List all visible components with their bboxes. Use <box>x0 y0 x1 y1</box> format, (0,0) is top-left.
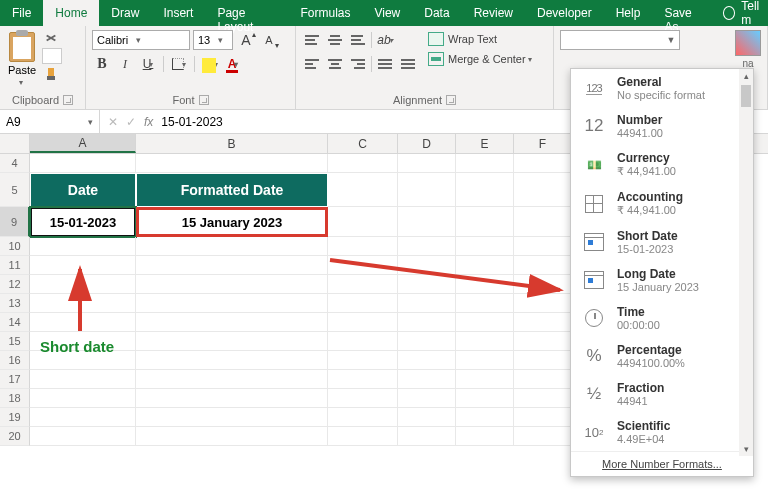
tab-save-as[interactable]: Save As <box>652 0 715 26</box>
row-header[interactable]: 18 <box>0 389 30 408</box>
chevron-down-icon: ▾ <box>88 117 93 127</box>
orientation-button[interactable]: ab▾ <box>375 30 395 50</box>
align-bottom-button[interactable] <box>348 30 368 50</box>
format-currency[interactable]: 💵Currency₹ 44,941.00 <box>571 145 753 184</box>
col-header-c[interactable]: C <box>328 134 398 153</box>
format-accounting[interactable]: Accounting₹ 44,941.00 <box>571 184 753 223</box>
formula-input[interactable]: 15-01-2023 <box>161 115 222 129</box>
row-header[interactable]: 5 <box>0 173 30 207</box>
row-header[interactable]: 14 <box>0 313 30 332</box>
font-name-combo[interactable]: Calibri▾ <box>92 30 190 50</box>
align-top-icon <box>303 33 321 47</box>
font-size-combo[interactable]: 13▾ <box>193 30 233 50</box>
cancel-icon[interactable]: ✕ <box>108 115 118 129</box>
number-icon: 12 <box>581 113 607 139</box>
align-right-icon <box>349 57 367 71</box>
dropdown-scrollbar[interactable]: ▴▾ <box>739 69 753 456</box>
name-box[interactable]: A9▾ <box>0 110 100 133</box>
row-header[interactable]: 13 <box>0 294 30 313</box>
col-header-a[interactable]: A <box>30 134 136 153</box>
calendar-icon <box>581 229 607 255</box>
paste-button[interactable]: Paste ▾ <box>6 30 38 89</box>
format-fraction[interactable]: ½Fraction44941 <box>571 375 753 413</box>
col-header-d[interactable]: D <box>398 134 456 153</box>
svg-line-0 <box>330 260 560 290</box>
increase-indent-button[interactable] <box>398 54 418 74</box>
font-color-button[interactable]: A▾ <box>223 54 243 74</box>
decrease-font-button[interactable]: A▾ <box>259 30 279 50</box>
tab-review[interactable]: Review <box>462 0 525 26</box>
row-header[interactable]: 16 <box>0 351 30 370</box>
cell-b5[interactable]: Formatted Date <box>136 173 328 207</box>
row-header[interactable]: 20 <box>0 427 30 446</box>
bold-button[interactable]: B <box>92 54 112 74</box>
format-scientific[interactable]: 102Scientific4.49E+04 <box>571 413 753 451</box>
align-left-icon <box>303 57 321 71</box>
tab-file[interactable]: File <box>0 0 43 26</box>
tab-draw[interactable]: Draw <box>99 0 151 26</box>
increase-font-button[interactable]: A▴ <box>236 30 256 50</box>
conditional-formatting-button[interactable] <box>735 30 761 56</box>
chevron-down-icon: ▾ <box>132 35 144 45</box>
format-percentage[interactable]: %Percentage4494100.00% <box>571 337 753 375</box>
indent-right-icon <box>399 57 417 71</box>
row-header[interactable]: 17 <box>0 370 30 389</box>
decrease-indent-button[interactable] <box>375 54 395 74</box>
row-header[interactable]: 4 <box>0 154 30 173</box>
row-header[interactable]: 12 <box>0 275 30 294</box>
alignment-dialog-launcher[interactable] <box>446 95 456 105</box>
tab-developer[interactable]: Developer <box>525 0 604 26</box>
annotation-arrow-red-up <box>68 263 98 335</box>
tab-page-layout[interactable]: Page Layout <box>205 0 288 26</box>
number-format-combo[interactable]: ▼ <box>560 30 680 50</box>
borders-button[interactable]: ▾ <box>169 54 189 74</box>
align-right-button[interactable] <box>348 54 368 74</box>
underline-button[interactable]: U▾ <box>138 54 158 74</box>
row-header[interactable]: 15 <box>0 332 30 351</box>
merge-center-button[interactable]: Merge & Center▾ <box>428 52 532 66</box>
clipboard-dialog-launcher[interactable] <box>63 95 73 105</box>
tell-me[interactable]: Tell m <box>723 0 768 26</box>
row-header[interactable]: 11 <box>0 256 30 275</box>
align-left-button[interactable] <box>302 54 322 74</box>
row-header[interactable]: 19 <box>0 408 30 427</box>
tell-me-label: Tell m <box>741 0 768 27</box>
enter-icon[interactable]: ✓ <box>126 115 136 129</box>
col-header-b[interactable]: B <box>136 134 328 153</box>
tab-help[interactable]: Help <box>604 0 653 26</box>
clipboard-icon <box>9 32 35 62</box>
tab-view[interactable]: View <box>362 0 412 26</box>
row-header[interactable]: 9 <box>0 207 30 237</box>
format-short-date[interactable]: Short Date15-01-2023 <box>571 223 753 261</box>
italic-button[interactable]: I <box>115 54 135 74</box>
font-dialog-launcher[interactable] <box>199 95 209 105</box>
cut-button[interactable] <box>42 30 62 46</box>
chevron-down-icon: ▼ <box>665 35 677 45</box>
align-center-button[interactable] <box>325 54 345 74</box>
cell-a5[interactable]: Date <box>30 173 136 207</box>
format-general[interactable]: 123GeneralNo specific format <box>571 69 753 107</box>
wrap-text-button[interactable]: Wrap Text <box>428 32 532 46</box>
format-time[interactable]: Time00:00:00 <box>571 299 753 337</box>
format-long-date[interactable]: Long Date15 January 2023 <box>571 261 753 299</box>
cell-b9[interactable]: 15 January 2023 <box>136 207 328 237</box>
select-all-corner[interactable] <box>0 134 30 153</box>
tab-data[interactable]: Data <box>412 0 461 26</box>
ribbon-tabs: File Home Draw Insert Page Layout Formul… <box>0 0 768 26</box>
format-number[interactable]: 12Number44941.00 <box>571 107 753 145</box>
fill-color-button[interactable]: ▾ <box>200 54 220 74</box>
more-number-formats[interactable]: More Number Formats... <box>571 451 753 476</box>
tab-formulas[interactable]: Formulas <box>288 0 362 26</box>
format-painter-button[interactable] <box>42 66 62 82</box>
col-header-f[interactable]: F <box>514 134 572 153</box>
align-top-button[interactable] <box>302 30 322 50</box>
row-header[interactable]: 10 <box>0 237 30 256</box>
copy-button[interactable] <box>42 48 62 64</box>
cell-a9[interactable]: 15-01-2023 <box>30 207 136 237</box>
tab-insert[interactable]: Insert <box>151 0 205 26</box>
fx-icon[interactable]: fx <box>144 115 153 129</box>
col-header-e[interactable]: E <box>456 134 514 153</box>
number-format-dropdown: 123GeneralNo specific format 12Number449… <box>570 68 754 477</box>
align-middle-button[interactable] <box>325 30 345 50</box>
tab-home[interactable]: Home <box>43 0 99 26</box>
